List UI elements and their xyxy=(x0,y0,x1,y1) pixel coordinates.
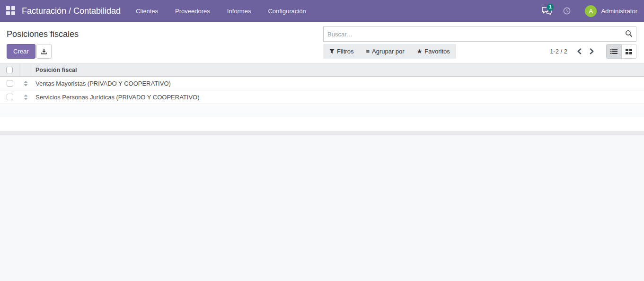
user-menu[interactable]: A Administrator xyxy=(576,5,637,17)
handle-column-header xyxy=(19,64,32,76)
star-icon: ★ xyxy=(417,48,423,55)
kanban-view-icon xyxy=(626,49,632,54)
filters-label: Filtros xyxy=(337,48,353,55)
activities-menu[interactable] xyxy=(557,0,576,22)
menu-clientes[interactable]: Clientes xyxy=(127,0,167,22)
empty-stripe-row xyxy=(0,104,644,116)
top-navbar: Facturación / Contabilidad Clientes Prov… xyxy=(0,0,644,22)
control-panel: Posiciones fiscales Crear xyxy=(0,22,644,63)
column-header-posicion-fiscal[interactable]: Posición fiscal xyxy=(32,67,644,73)
fiscal-position-name[interactable]: Servicios Personas Jurídicas (PRIVADO Y … xyxy=(32,94,644,101)
page-background xyxy=(0,135,644,281)
main-menu: Clientes Proveedores Informes Configurac… xyxy=(127,0,314,22)
table-row[interactable]: Ventas Mayoristas (PRIVADO Y COOPERATIVO… xyxy=(0,77,644,90)
messaging-menu[interactable]: 1 xyxy=(536,0,557,22)
pager-previous-button[interactable] xyxy=(574,46,584,57)
row-checkbox[interactable] xyxy=(7,94,13,100)
group-by-label: Agrupar por xyxy=(372,48,405,55)
page-title: Posiciones fiscales xyxy=(7,26,323,42)
fiscal-positions-list: Posición fiscal Ventas Mayoristas (PRIVA… xyxy=(0,63,644,131)
view-switcher xyxy=(606,44,636,59)
row-checkbox[interactable] xyxy=(7,80,13,87)
pager-value[interactable]: 1-2 / 2 xyxy=(550,48,567,55)
export-button[interactable] xyxy=(36,44,52,59)
search-input[interactable] xyxy=(323,26,636,42)
download-icon xyxy=(41,48,47,55)
select-all-checkbox[interactable] xyxy=(6,67,13,73)
pager: 1-2 / 2 xyxy=(550,46,597,57)
pager-next-button[interactable] xyxy=(586,46,597,57)
content-end-divider xyxy=(0,131,644,135)
user-name: Administrator xyxy=(601,8,637,15)
list-view-button[interactable] xyxy=(607,44,621,58)
apps-menu-icon[interactable] xyxy=(6,6,16,16)
group-by-button[interactable]: ≡ Agrupar por xyxy=(360,44,410,59)
menu-proveedores[interactable]: Proveedores xyxy=(167,0,219,22)
search-options: Filtros ≡ Agrupar por ★ Favoritos xyxy=(323,44,456,59)
clock-icon xyxy=(563,7,571,15)
messaging-badge: 1 xyxy=(547,4,554,11)
app-title[interactable]: Facturación / Contabilidad xyxy=(22,6,121,16)
bars-icon: ≡ xyxy=(366,48,370,55)
search-icon[interactable] xyxy=(625,30,633,37)
filter-funnel-icon xyxy=(329,49,335,54)
systray: 1 A Administrator xyxy=(536,0,637,22)
avatar: A xyxy=(585,5,597,17)
create-button[interactable]: Crear xyxy=(7,44,35,59)
empty-row xyxy=(0,116,644,131)
list-view-icon xyxy=(610,48,618,54)
drag-handle-icon[interactable] xyxy=(24,94,28,100)
drag-handle-icon[interactable] xyxy=(24,80,28,87)
favorites-label: Favoritos xyxy=(424,48,450,55)
fiscal-position-name[interactable]: Ventas Mayoristas (PRIVADO Y COOPERATIVO… xyxy=(32,80,644,87)
filters-button[interactable]: Filtros xyxy=(323,44,360,59)
menu-informes[interactable]: Informes xyxy=(219,0,260,22)
kanban-view-button[interactable] xyxy=(621,44,636,58)
menu-configuracion[interactable]: Configuración xyxy=(259,0,314,22)
table-row[interactable]: Servicios Personas Jurídicas (PRIVADO Y … xyxy=(0,90,644,104)
favorites-button[interactable]: ★ Favoritos xyxy=(411,44,456,59)
search-box xyxy=(323,26,636,42)
list-header-row: Posición fiscal xyxy=(0,63,644,77)
